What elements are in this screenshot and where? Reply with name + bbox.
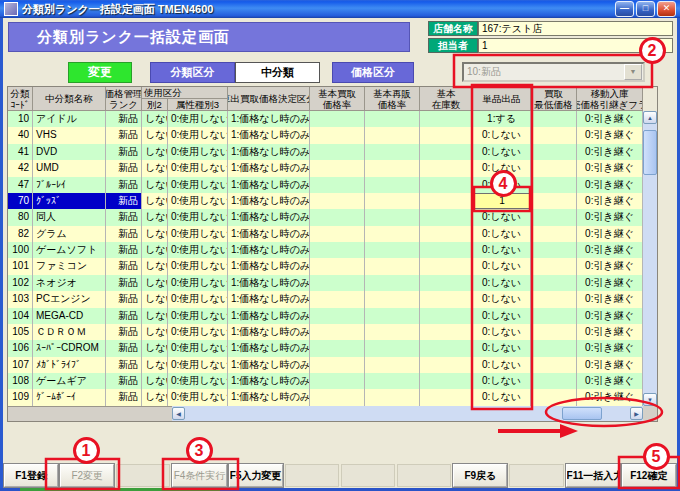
function-key-slot-3 (115, 463, 171, 488)
scroll-left-icon[interactable]: ◀ (172, 407, 185, 420)
cell-use2: しない (142, 357, 168, 373)
function-button-f11[interactable]: F11一括入力 (566, 464, 620, 487)
cell-code: 82 (8, 226, 33, 242)
cell-min_price (531, 340, 577, 356)
cell-min_price (531, 308, 577, 324)
cell-resale_rate (365, 275, 420, 291)
cell-name: DVD (33, 144, 106, 160)
table-row[interactable]: 10アイドル新品しない0:使用しない1:価格なし時のみ使用1:する0:引き継ぐ (8, 111, 643, 127)
cell-min_price (531, 275, 577, 291)
cell-name: VHS (33, 127, 106, 143)
table-row[interactable]: 40VHS新品しない0:使用しない1:価格なし時のみ使用0:しない0:引き継ぐ (8, 127, 643, 143)
function-key-slot-2: F2変更 (59, 463, 115, 488)
cell-use2: しない (142, 242, 168, 258)
cell-rank: 新品 (106, 291, 142, 307)
table-row[interactable]: 47ﾌﾞﾙｰﾚｲ新品しない0:使用しない1:価格なし時のみ使用0:しない0:引き… (8, 177, 643, 193)
category-section-label: 分類区分 (150, 62, 235, 83)
function-button-f2[interactable]: F2変更 (60, 464, 114, 487)
cell-rank: 新品 (106, 193, 142, 209)
function-button-f1[interactable]: F1登録 (4, 464, 58, 487)
table-row[interactable]: 42UMD新品しない0:使用しない1:価格なし時のみ使用0:しない0:引き継ぐ (8, 160, 643, 176)
column-header-use-group: 使用区分別2属性種別3 (142, 87, 228, 111)
cell-calc: 1:価格なし時のみ使用 (228, 209, 310, 225)
middle-category-button[interactable]: 中分類 (235, 62, 320, 83)
function-key-slot-6 (284, 463, 340, 488)
scroll-up-icon[interactable]: ▲ (643, 111, 657, 124)
table-row[interactable]: 41DVD新品しない0:使用しない1:価格なし時のみ使用0:しない0:引き継ぐ (8, 144, 643, 160)
table-row[interactable]: 100ゲームソフト新品しない0:使用しない1:価格なし時のみ使用0:しない0:引… (8, 242, 643, 258)
table-row[interactable]: 104MEGA-CD新品しない0:使用しない1:価格なし時のみ使用0:しない0:… (8, 308, 643, 324)
scroll-down-icon[interactable]: ▼ (643, 393, 657, 406)
column-header-stock: 基本在庫数 (420, 87, 473, 111)
maximize-button[interactable]: □ (636, 1, 655, 17)
cell-stock (420, 373, 473, 389)
table-row[interactable]: 105ＣＤＲＯＭ新品しない0:使用しない1:価格なし時のみ使用0:しない0:引き… (8, 324, 643, 340)
scroll-right-icon[interactable]: ▶ (630, 407, 643, 420)
cell-attr3: 0:使用しない (168, 177, 228, 193)
cell-attr3: 0:使用しない (168, 160, 228, 176)
cell-calc: 1:価格なし時のみ使用 (228, 275, 310, 291)
vertical-scrollbar-thumb[interactable] (643, 130, 657, 175)
cell-code: 80 (8, 209, 33, 225)
frozen-pane-footer (8, 406, 172, 421)
cell-name: 同人 (33, 209, 106, 225)
cell-move: 0:引き継ぐ (577, 275, 643, 291)
table-row[interactable]: 101ファミコン新品しない0:使用しない1:価格なし時のみ使用0:しない0:引き… (8, 258, 643, 274)
close-button[interactable]: ✕ (657, 1, 676, 17)
cell-move: 0:引き継ぐ (577, 242, 643, 258)
function-button-f4[interactable]: F4条件実行 (172, 464, 226, 487)
cell-buy_rate (310, 275, 365, 291)
function-button-f9[interactable]: F9戻る (453, 464, 507, 487)
cell-name: ネオジオ (33, 275, 106, 291)
function-key-empty-slot (285, 464, 339, 487)
column-header-calc: 算出買取価格決定区分 (228, 87, 310, 111)
cell-code: 108 (8, 373, 33, 389)
chevron-down-icon[interactable]: ▼ (624, 64, 642, 80)
cell-single: 0:しない (473, 373, 531, 389)
function-button-f5[interactable]: F5入力変更 (229, 464, 283, 487)
table-row[interactable]: 80同人新品しない0:使用しない1:価格なし時のみ使用0:しない0:引き継ぐ (8, 209, 643, 225)
price-section-label: 価格区分 (332, 62, 414, 83)
cell-stock (420, 340, 473, 356)
cell-name: ゲームソフト (33, 242, 106, 258)
cell-code: 42 (8, 160, 33, 176)
column-header-code: 分類ｺｰﾄﾞ (8, 87, 33, 111)
table-row[interactable]: 106ｽｰﾊﾟｰCDROM新品しない0:使用しない1:価格なし時のみ使用0:しな… (8, 340, 643, 356)
change-button[interactable]: 変更 (68, 62, 132, 83)
table-row[interactable]: 103PCエンジン新品しない0:使用しない1:価格なし時のみ使用0:しない0:引… (8, 291, 643, 307)
function-button-f12[interactable]: F12確定 (622, 464, 676, 487)
single-listing-edit-cell[interactable]: 1 (473, 193, 531, 209)
staff-field: 1 (478, 38, 673, 53)
table-row[interactable]: 108ゲームギア新品しない0:使用しない1:価格なし時のみ使用0:しない0:引き… (8, 373, 643, 389)
cell-move: 0:引き継ぐ (577, 373, 643, 389)
cell-min_price (531, 373, 577, 389)
cell-name: MEGA-CD (33, 308, 106, 324)
cell-stock (420, 291, 473, 307)
cell-single: 0:しない (473, 144, 531, 160)
cell-calc: 1:価格なし時のみ使用 (228, 242, 310, 258)
cell-min_price (531, 127, 577, 143)
cell-resale_rate (365, 209, 420, 225)
price-rank-dropdown[interactable]: 10:新品 ▼ (462, 62, 645, 82)
table-row[interactable]: 82グラム新品しない0:使用しない1:価格なし時のみ使用0:しない0:引き継ぐ (8, 226, 643, 242)
cell-buy_rate (310, 144, 365, 160)
function-key-slot-11: F11一括入力 (565, 463, 621, 488)
function-key-slot-12: F12確定 (621, 463, 677, 488)
table-row[interactable]: 109ｹﾞｰﾑﾎﾞｰｲ新品しない0:使用しない1:価格なし時のみ使用0:しない0… (8, 389, 643, 405)
table-row[interactable]: 70ｸﾞｯｽﾞ新品しない0:使用しない1:価格なし時のみ使用10:引き継ぐ (8, 193, 643, 209)
function-key-slot-7 (340, 463, 396, 488)
horizontal-scrollbar-thumb[interactable] (562, 407, 602, 420)
table-row[interactable]: 102ネオジオ新品しない0:使用しない1:価格なし時のみ使用0:しない0:引き継… (8, 275, 643, 291)
cell-resale_rate (365, 193, 420, 209)
table-row[interactable]: 107ﾒｶﾞﾄﾞﾗｲﾌﾞ新品しない0:使用しない1:価格なし時のみ使用0:しない… (8, 357, 643, 373)
cell-rank: 新品 (106, 258, 142, 274)
cell-name: ｽｰﾊﾟｰCDROM (33, 340, 106, 356)
cell-buy_rate (310, 177, 365, 193)
grid-header-row: 分類ｺｰﾄﾞ中分類名称価格管理ランク使用区分別2属性種別3算出買取価格決定区分基… (8, 87, 643, 111)
minimize-button[interactable]: — (615, 1, 634, 17)
cell-move: 0:引き継ぐ (577, 209, 643, 225)
cell-name: ｸﾞｯｽﾞ (33, 193, 106, 209)
cell-stock (420, 127, 473, 143)
cell-name: ﾌﾞﾙｰﾚｲ (33, 177, 106, 193)
cell-attr3: 0:使用しない (168, 324, 228, 340)
